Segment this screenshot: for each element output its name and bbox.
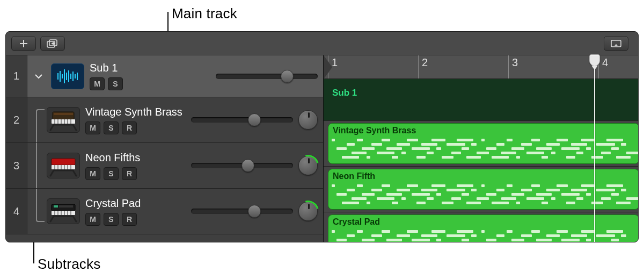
svg-rect-15 [52,119,75,124]
svg-line-22 [50,125,54,130]
svg-rect-37 [54,205,58,208]
svg-rect-26 [52,165,75,169]
synth-dark-icon [48,200,78,223]
playhead-handle[interactable] [589,54,600,66]
record-button[interactable]: R [122,167,137,180]
svg-rect-25 [52,159,75,165]
svg-line-46 [50,216,54,221]
arr-row[interactable]: Vintage Synth Brass [324,121,638,167]
synth-brass-icon [48,109,78,131]
region-label: Vintage Synth Brass [333,126,634,135]
pan-knob[interactable] [298,110,318,130]
region-main[interactable]: Sub 1 [328,81,639,118]
arr-row[interactable]: Crystal Pad [324,212,638,242]
synth-red-icon [48,154,78,177]
catch-playhead-icon [610,39,622,48]
arrangement-rows: Sub 1 Vintage Synth Brass Neon Fifth [324,79,638,242]
cycle-start-marker[interactable] [324,55,332,79]
svg-rect-39 [52,211,75,215]
volume-slider[interactable] [191,206,293,217]
midi-notes [332,184,635,206]
track-icon-main[interactable] [51,63,84,89]
track-name-main[interactable]: Sub 1 [90,62,210,74]
svg-line-33 [50,170,54,176]
callout-main-track: Main track [172,5,237,22]
volume-slider-main[interactable] [216,71,318,82]
catch-playhead-button[interactable] [604,36,628,51]
disclosure-toggle[interactable] [32,69,46,83]
record-button[interactable]: R [122,121,137,134]
mute-button[interactable]: M [85,121,100,134]
svg-line-23 [73,125,76,130]
track-number: 4 [6,189,27,234]
svg-rect-12 [77,73,78,80]
callout-subtracks: Subtracks [38,256,100,273]
svg-rect-2 [611,40,621,47]
track-header-sub[interactable]: 3 Neon Fifths M [6,143,323,189]
track-header-sub[interactable]: 2 Vintage Synth Brass [6,97,323,143]
svg-rect-11 [75,74,76,78]
track-name[interactable]: Vintage Synth Brass [85,106,186,118]
solo-button[interactable]: S [108,77,123,90]
track-number: 2 [6,97,27,142]
track-icon[interactable] [47,153,80,178]
solo-button[interactable]: S [104,121,119,134]
plus-icon [19,39,28,48]
record-button[interactable]: R [122,213,137,226]
volume-slider[interactable] [191,115,293,125]
duplicate-track-button[interactable] [40,36,65,51]
track-number: 1 [6,55,27,97]
arr-row-main[interactable]: Sub 1 [324,79,638,121]
region-label: Sub 1 [332,88,635,98]
svg-rect-14 [54,113,73,115]
svg-rect-10 [72,71,74,81]
pan-knob[interactable] [298,202,318,221]
svg-rect-4 [60,71,61,82]
chevron-down-icon [34,72,43,81]
volume-slider[interactable] [191,160,293,171]
arrangement-area[interactable]: 1 2 3 4 Sub 1 Vintage Synth Brass [324,55,638,242]
track-header-list: 1 Sub 1 M S [6,55,324,242]
track-icon[interactable] [47,107,80,133]
solo-button[interactable]: S [104,167,119,180]
svg-rect-3 [57,73,58,80]
ruler-mark: 2 [418,55,431,78]
svg-rect-5 [62,74,63,78]
solo-button[interactable]: S [104,213,119,226]
svg-line-34 [73,170,76,176]
mute-button[interactable]: M [90,77,105,90]
track-header-sub[interactable]: 4 Crystal Pad [6,189,323,234]
waveform-icon [55,68,80,85]
svg-rect-6 [64,69,65,83]
midi-region[interactable]: Crystal Pad [328,214,639,242]
svg-line-47 [73,216,76,221]
pan-knob[interactable] [298,156,318,175]
workspace: 1 Sub 1 M S [6,55,638,242]
svg-rect-9 [70,74,71,79]
track-header-main[interactable]: 1 Sub 1 M S [6,55,323,97]
svg-rect-7 [66,73,67,80]
region-label: Neon Fifth [333,171,634,181]
daw-window: 1 Sub 1 M S [5,31,639,242]
track-name[interactable]: Neon Fifths [85,152,186,164]
mute-button[interactable]: M [85,213,100,226]
playhead[interactable] [594,55,595,242]
track-icon[interactable] [47,198,80,224]
track-name[interactable]: Crystal Pad [85,197,186,210]
region-label: Crystal Pad [333,217,634,227]
track-number: 3 [6,143,27,188]
track-toolbar [6,32,638,55]
mute-button[interactable]: M [85,167,100,180]
midi-notes [332,230,635,242]
add-track-button[interactable] [11,36,36,51]
midi-notes [332,139,635,160]
ruler-mark: 3 [508,55,521,78]
svg-rect-8 [68,70,69,82]
arr-row[interactable]: Neon Fifth [324,167,638,212]
midi-region[interactable]: Vintage Synth Brass [328,123,639,164]
svg-rect-38 [59,205,73,208]
midi-region[interactable]: Neon Fifth [328,169,639,210]
duplicate-track-icon [47,39,58,48]
ruler-mark: 4 [598,55,611,78]
